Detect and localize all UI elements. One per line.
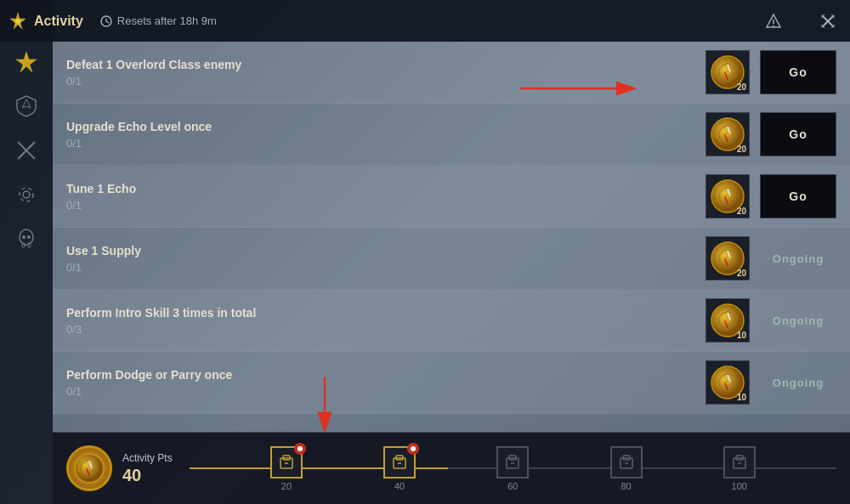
- milestone-badge: [407, 443, 419, 455]
- swords-nav-icon: [15, 139, 37, 161]
- svg-point-1: [15, 19, 20, 24]
- sidebar-item-compass[interactable]: [11, 47, 42, 77]
- compass-large-icon: [73, 452, 105, 484]
- milestone-box: [723, 446, 756, 479]
- sidebar-item-swords[interactable]: [11, 135, 42, 166]
- activity-info: Defeat 1 Overlord Class enemy0/1: [66, 58, 695, 88]
- sidebar: [0, 0, 53, 504]
- sidebar-item-gear[interactable]: [11, 179, 42, 210]
- reward-count: 10: [737, 393, 746, 402]
- activity-reward: 10: [706, 298, 750, 343]
- activity-row: Perform Intro Skill 3 times in total0/3 …: [53, 290, 850, 352]
- reward-count: 20: [737, 82, 746, 92]
- svg-point-49: [726, 319, 730, 323]
- pts-label: Activity Pts: [122, 452, 173, 464]
- reward-count: 20: [737, 144, 746, 154]
- svg-point-23: [22, 235, 26, 239]
- milestone-box[interactable]: [270, 446, 303, 479]
- sidebar-item-shield[interactable]: [11, 91, 42, 122]
- svg-point-24: [27, 235, 31, 239]
- activity-reward: 20: [706, 236, 750, 280]
- header-reset: Resets after 18h 9m: [100, 14, 217, 27]
- svg-point-39: [726, 195, 730, 199]
- svg-marker-13: [16, 52, 37, 72]
- activity-info: Use 1 Supply0/1: [66, 244, 695, 274]
- activity-reward: 20: [706, 112, 750, 156]
- header-title-group: Activity: [8, 12, 83, 31]
- svg-point-19: [20, 188, 33, 201]
- progress-track: 20 40 60 80 100: [190, 451, 836, 485]
- go-button[interactable]: Go: [760, 50, 836, 94]
- activity-progress: 0/1: [66, 261, 695, 274]
- activity-progress: 0/1: [66, 137, 695, 150]
- activity-info: Upgrade Echo Level once0/1: [66, 120, 695, 150]
- sidebar-item-skull[interactable]: [11, 224, 42, 254]
- milestone-item: 20: [270, 446, 303, 491]
- milestone-box: [496, 446, 529, 479]
- svg-point-29: [726, 71, 730, 75]
- compass-star-icon: [8, 12, 27, 31]
- milestone-item: 80: [610, 446, 643, 491]
- pts-label-group: Activity Pts 40: [122, 452, 173, 485]
- activity-title: Defeat 1 Overlord Class enemy: [66, 58, 695, 71]
- ongoing-label: Ongoing: [760, 360, 836, 405]
- svg-point-34: [726, 133, 730, 137]
- svg-point-63: [88, 467, 91, 470]
- activity-title: Perform Intro Skill 3 times in total: [66, 306, 695, 320]
- close-x-icon: [820, 14, 836, 29]
- activity-row: Defeat 1 Overlord Class enemy0/1 20Go: [53, 42, 850, 104]
- milestone-box[interactable]: [383, 446, 416, 479]
- skull-nav-icon: [15, 228, 37, 250]
- shield-nav-icon: [15, 94, 37, 118]
- reset-text: Resets after 18h 9m: [117, 14, 217, 27]
- svg-point-18: [23, 191, 30, 198]
- activity-title: Tune 1 Echo: [66, 182, 695, 195]
- header-title: Activity: [34, 14, 83, 29]
- milestone-label: 40: [394, 481, 405, 491]
- gear-nav-icon: [15, 184, 37, 206]
- activity-list: Defeat 1 Overlord Class enemy0/1 20GoUpg…: [53, 42, 850, 432]
- svg-point-44: [726, 257, 730, 261]
- ongoing-label: Ongoing: [760, 236, 836, 280]
- activity-progress: 0/1: [66, 199, 695, 212]
- activity-row: Upgrade Echo Level once0/1 20Go: [53, 104, 850, 166]
- svg-line-4: [106, 21, 109, 23]
- bottom-bar: Activity Pts 40 20 40 60 80 100: [53, 432, 850, 504]
- go-button[interactable]: Go: [760, 174, 836, 218]
- activity-reward: 20: [706, 174, 750, 218]
- activity-row: Perform Dodge or Parry once0/1 10Ongoing: [53, 352, 850, 414]
- svg-line-17: [28, 144, 33, 149]
- go-button[interactable]: Go: [760, 112, 836, 156]
- activity-title: Upgrade Echo Level once: [66, 120, 695, 133]
- activity-reward: 20: [706, 50, 750, 94]
- activity-info: Perform Dodge or Parry once0/1: [66, 368, 695, 398]
- reward-count: 10: [737, 331, 746, 340]
- svg-line-16: [20, 152, 25, 157]
- warning-icon: [765, 13, 782, 30]
- milestone-label: 100: [732, 481, 747, 491]
- activity-progress: 0/1: [66, 75, 695, 88]
- activity-pts-icon: [66, 445, 112, 491]
- milestone-label: 20: [281, 481, 292, 491]
- milestone-item: 40: [383, 446, 416, 491]
- ongoing-label: Ongoing: [760, 298, 836, 343]
- activity-progress: 0/3: [66, 323, 695, 336]
- activity-reward: 10: [706, 360, 750, 405]
- activity-title: Perform Dodge or Parry once: [66, 368, 695, 382]
- reward-count: 20: [737, 269, 746, 278]
- close-button[interactable]: [813, 6, 843, 37]
- reward-count: 20: [737, 207, 746, 216]
- milestone-label: 80: [620, 481, 631, 491]
- svg-point-6: [773, 25, 774, 26]
- activity-progress: 0/1: [66, 385, 695, 398]
- milestone-label: 60: [507, 481, 518, 491]
- warning-button[interactable]: [758, 6, 789, 37]
- milestone-badge: [294, 443, 306, 455]
- activity-row: Use 1 Supply0/1 20Ongoing: [53, 228, 850, 290]
- pts-value: 40: [122, 466, 173, 485]
- header: Activity Resets after 18h 9m: [0, 0, 850, 42]
- svg-point-20: [20, 229, 33, 245]
- milestone-item: 100: [723, 446, 756, 491]
- svg-point-54: [726, 381, 730, 385]
- compass-nav-icon: [14, 50, 38, 74]
